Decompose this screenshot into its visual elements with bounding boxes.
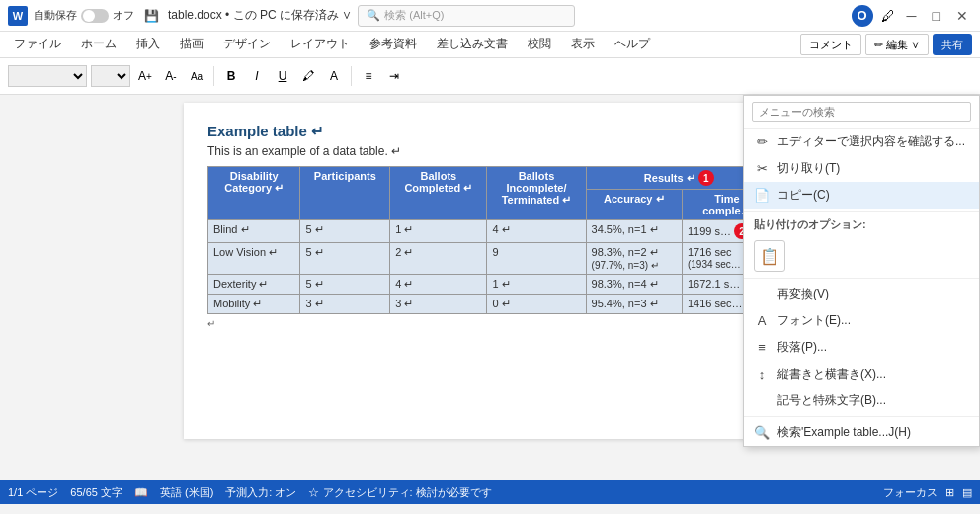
td-bc1: 1 ↵ xyxy=(390,220,487,243)
cm-paragraph-item[interactable]: ≡ 段落(P)... xyxy=(744,334,979,361)
table-row: Dexterity ↵ 5 ↵ 4 ↵ 1 ↵ 98.3%, n=4 ↵ 167… xyxy=(208,275,773,295)
th-ballots-incomplete: BallotsIncomplete/Terminated ↵ xyxy=(487,167,586,220)
tab-draw[interactable]: 描画 xyxy=(170,32,213,57)
title-bar-left: W 自動保存 オフ 💾 table.docx • この PC に保存済み ∨ 🔍… xyxy=(8,5,852,27)
status-prediction: 予測入力: オン xyxy=(225,485,296,500)
tab-mailings[interactable]: 差し込み文書 xyxy=(427,32,518,57)
editor-icon: ✏ xyxy=(754,134,770,149)
cm-editor-item[interactable]: ✏ エディターで選択内容を確認する... xyxy=(744,128,979,155)
cm-text-direction-item[interactable]: ↕ 縦書きと横書き(X)... xyxy=(744,361,979,387)
status-lang: 英語 (米国) xyxy=(160,485,213,500)
cut-icon: ✂ xyxy=(754,161,770,176)
status-right: フォーカス ⊞ ▤ xyxy=(883,485,972,500)
tab-insert[interactable]: 挿入 xyxy=(126,32,170,57)
filename: table.docx • この PC に保存済み ∨ xyxy=(168,7,352,24)
doc-footer: ↵ xyxy=(207,318,773,329)
tab-review[interactable]: 校閲 xyxy=(518,32,561,57)
tab-layout[interactable]: レイアウト xyxy=(281,32,360,57)
td-acc1: 34.5%, n=1 ↵ xyxy=(586,220,682,243)
cm-search-label: 検索'Example table...J(H) xyxy=(777,424,969,441)
cm-reconvert-item[interactable]: 再変換(V) xyxy=(744,281,979,307)
cm-paste-button[interactable]: 📋 xyxy=(754,240,785,272)
td-bi2: 9 xyxy=(487,243,586,275)
td-lowvision: Low Vision ↵ xyxy=(208,243,300,275)
italic-button[interactable]: I xyxy=(246,65,268,87)
tab-home[interactable]: ホーム xyxy=(71,32,126,57)
search-box[interactable]: 🔍 検索 (Alt+Q) xyxy=(358,5,575,27)
cm-symbols-item[interactable]: 記号と特殊文字(B)... xyxy=(744,387,979,414)
font-grow-button[interactable]: A+ xyxy=(134,65,156,87)
status-layout-icon: ▤ xyxy=(962,486,972,499)
td-p3: 5 ↵ xyxy=(300,275,390,295)
td-bi3: 1 ↵ xyxy=(487,275,586,295)
cm-search-area[interactable] xyxy=(744,96,979,128)
td-blind: Blind ↵ xyxy=(208,220,300,243)
save-button[interactable]: 💾 xyxy=(140,5,162,27)
font-shrink-button[interactable]: A- xyxy=(160,65,182,87)
cm-divider-3 xyxy=(744,416,979,417)
main-area: Example table ↵ This is an example of a … xyxy=(0,95,980,480)
tab-references[interactable]: 参考資料 xyxy=(360,32,427,57)
list-button[interactable]: ≡ xyxy=(358,65,379,87)
status-page: 1/1 ページ xyxy=(8,485,58,500)
td-p4: 3 ↵ xyxy=(300,295,390,314)
separator-1 xyxy=(213,66,214,86)
status-bar: 1/1 ページ 65/65 文字 📖 英語 (米国) 予測入力: オン ☆ アク… xyxy=(0,480,980,504)
cm-divider-2 xyxy=(744,278,979,279)
clear-format-button[interactable]: Aa xyxy=(186,65,207,87)
status-lang-icon: 📖 xyxy=(134,486,148,499)
formatting-bar: A+ A- Aa B I U 🖍 A ≡ ⇥ xyxy=(0,58,980,94)
doc-title: Example table ↵ xyxy=(207,123,773,140)
cm-paste-section: 貼り付けのオプション: xyxy=(744,214,979,236)
cm-copy-item[interactable]: 📄 コピー(C) xyxy=(744,182,979,209)
office-button[interactable]: O xyxy=(852,5,873,27)
cm-paragraph-label: 段落(P)... xyxy=(777,339,969,356)
cm-search-item[interactable]: 🔍 検索'Example table...J(H) xyxy=(744,419,979,446)
table-row: Low Vision ↵ 5 ↵ 2 ↵ 9 98.3%, n=2 ↵(97.7… xyxy=(208,243,773,275)
minimize-button[interactable]: ─ xyxy=(903,8,921,24)
maximize-button[interactable]: □ xyxy=(929,8,944,24)
tab-design[interactable]: デザイン xyxy=(213,32,281,57)
doc-page: Example table ↵ This is an example of a … xyxy=(184,103,796,439)
font-selector[interactable] xyxy=(8,65,87,87)
cm-textdir-label: 縦書きと横書き(X)... xyxy=(777,366,969,383)
cm-reconvert-label: 再変換(V) xyxy=(777,286,969,302)
table-row: Mobility ↵ 3 ↵ 3 ↵ 0 ↵ 95.4%, n=3 ↵ 1416… xyxy=(208,295,773,314)
th-participants: Participants xyxy=(300,167,390,220)
status-focus: フォーカス xyxy=(883,485,938,500)
td-bc4: 3 ↵ xyxy=(390,295,487,314)
cm-symbols-label: 記号と特殊文字(B)... xyxy=(777,392,969,409)
th-ballots-completed: BallotsCompleted ↵ xyxy=(390,167,487,220)
font-size-selector[interactable] xyxy=(91,65,130,87)
tab-file[interactable]: ファイル xyxy=(4,32,71,57)
cm-cut-item[interactable]: ✂ 切り取り(T) xyxy=(744,155,979,182)
word-icon: W xyxy=(8,6,28,26)
pen-icon[interactable]: 🖊 xyxy=(881,8,895,24)
title-bar-right: O 🖊 ─ □ ✕ xyxy=(852,5,972,27)
comment-button[interactable]: コメント xyxy=(800,34,861,55)
cm-font-item[interactable]: A フォント(E)... xyxy=(744,307,979,334)
doc-subtitle: This is an example of a data table. ↵ xyxy=(207,144,773,158)
textdir-icon: ↕ xyxy=(754,367,770,382)
td-acc4: 95.4%, n=3 ↵ xyxy=(586,295,682,314)
cm-font-label: フォント(E)... xyxy=(777,312,969,329)
underline-button[interactable]: U xyxy=(272,65,293,87)
td-bi4: 0 ↵ xyxy=(487,295,586,314)
ribbon: ファイル ホーム 挿入 描画 デザイン レイアウト 参考資料 差し込み文書 校閲… xyxy=(0,32,980,95)
font-color-button[interactable]: A xyxy=(323,65,345,87)
cm-editor-label: エディターで選択内容を確認する... xyxy=(777,133,969,150)
cm-search-input[interactable] xyxy=(752,102,971,122)
separator-2 xyxy=(351,66,352,86)
indent-button[interactable]: ⇥ xyxy=(383,65,405,87)
td-bc2: 2 ↵ xyxy=(390,243,487,275)
td-p2: 5 ↵ xyxy=(300,243,390,275)
bold-button[interactable]: B xyxy=(220,65,242,87)
autosave-toggle[interactable] xyxy=(81,9,109,23)
close-button[interactable]: ✕ xyxy=(952,8,972,24)
th-accuracy: Accuracy ↵ xyxy=(586,190,682,220)
share-button[interactable]: 共有 xyxy=(933,34,972,55)
edit-button[interactable]: ✏ 編集 ∨ xyxy=(865,34,929,55)
tab-help[interactable]: ヘルプ xyxy=(605,32,660,57)
highlight-button[interactable]: 🖍 xyxy=(297,65,319,87)
tab-view[interactable]: 表示 xyxy=(561,32,605,57)
